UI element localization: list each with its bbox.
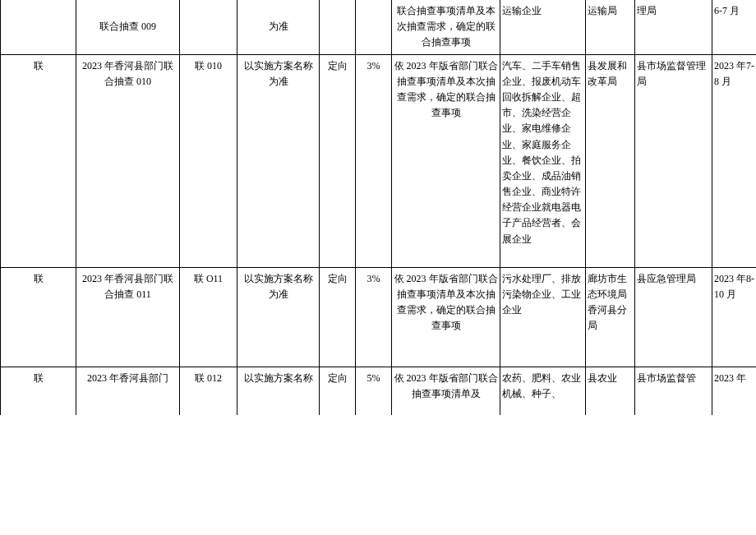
cell: 联	[1, 54, 76, 267]
cell: 依 2023 年版省部门联合抽查事项清单及	[392, 367, 500, 415]
cell: 联 012	[180, 367, 237, 415]
cell: 2023 年	[712, 367, 757, 415]
cell: 3%	[356, 54, 392, 267]
document-page: 联合抽查 009 为准 联合抽查事项清单及本次抽查需求，确定的联合抽查事项 运输…	[0, 0, 756, 535]
cell: 汽车、二手车销售企业、报废机动车回收拆解企业、超市、洗染经营企业、家电维修企业、…	[500, 54, 586, 267]
cell	[1, 0, 76, 54]
table-row: 联合抽查 009 为准 联合抽查事项清单及本次抽查需求，确定的联合抽查事项 运输…	[1, 0, 757, 54]
cell: 运输企业	[500, 0, 586, 54]
cell: 联 O11	[180, 267, 237, 367]
cell: 2023 年香河县部门	[76, 367, 180, 415]
cell	[356, 0, 392, 54]
cell: 2023 年7-8 月	[712, 54, 757, 267]
cell: 县发展和改革局	[586, 54, 635, 267]
cell: 定向	[320, 54, 356, 267]
cell: 5%	[356, 367, 392, 415]
cell: 县应急管理局	[635, 267, 712, 367]
cell: 运输局	[586, 0, 635, 54]
cell: 农药、肥料、农业机械、种子、	[500, 367, 586, 415]
cell: 以实施方案名称	[237, 367, 320, 415]
cell: 理局	[635, 0, 712, 54]
cell: 廊坊市生态环境局香河县分局	[586, 267, 635, 367]
cell: 县市场监督管理局	[635, 54, 712, 267]
cell: 以实施方案名称为准	[237, 267, 320, 367]
cell: 以实施方案名称为准	[237, 54, 320, 267]
cell: 联	[1, 367, 76, 415]
inspection-plan-table: 联合抽查 009 为准 联合抽查事项清单及本次抽查需求，确定的联合抽查事项 运输…	[0, 0, 756, 415]
cell: 2023 年8-10 月	[712, 267, 757, 367]
cell: 依 2023 年版省部门联合抽查事项清单及本次抽查需求，确定的联合抽查事项	[392, 54, 500, 267]
cell: 定向	[320, 267, 356, 367]
table-row: 联 2023 年香河县部门联合抽查 011 联 O11 以实施方案名称为准 定向…	[1, 267, 757, 367]
cell: 县农业	[586, 367, 635, 415]
cell: 为准	[237, 0, 320, 54]
cell: 联合抽查 009	[76, 0, 180, 54]
cell: 县市场监督管	[635, 367, 712, 415]
table-row: 联 2023 年香河县部门联合抽查 010 联 010 以实施方案名称为准 定向…	[1, 54, 757, 267]
cell: 依 2023 年版省部门联合抽查事项清单及本次抽查需求，确定的联合抽查事项	[392, 267, 500, 367]
cell: 联	[1, 267, 76, 367]
cell: 定向	[320, 367, 356, 415]
table-row: 联 2023 年香河县部门 联 012 以实施方案名称 定向 5% 依 2023…	[1, 367, 757, 415]
cell: 2023 年香河县部门联合抽查 011	[76, 267, 180, 367]
cell: 污水处理厂、排放污染物企业、工业企业	[500, 267, 586, 367]
cell: 3%	[356, 267, 392, 367]
cell	[320, 0, 356, 54]
cell	[180, 0, 237, 54]
cell: 联合抽查事项清单及本次抽查需求，确定的联合抽查事项	[392, 0, 500, 54]
cell: 6-7 月	[712, 0, 757, 54]
cell: 2023 年香河县部门联合抽查 010	[76, 54, 180, 267]
cell: 联 010	[180, 54, 237, 267]
